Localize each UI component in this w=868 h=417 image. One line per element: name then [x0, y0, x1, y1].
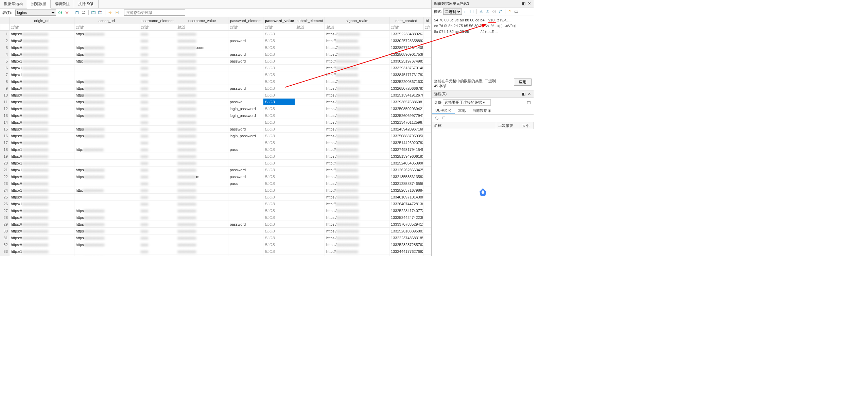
cell-password-element[interactable] — [228, 44, 263, 51]
col-date-created[interactable]: date_created — [389, 17, 423, 24]
cell-bl[interactable] — [423, 58, 431, 65]
cell-username-value[interactable]: xxxxxxxxxx — [176, 153, 228, 160]
cell-action-url[interactable] — [74, 248, 139, 255]
cell-username-element[interactable]: xxxx — [139, 126, 176, 133]
cell-password-element[interactable] — [228, 160, 263, 167]
cell-action-url[interactable] — [74, 194, 139, 201]
cell-action-url[interactable] — [74, 71, 139, 78]
identity-select[interactable]: 选择要用于连接的凭据 ▾ — [443, 99, 491, 106]
cell-password-element[interactable] — [228, 228, 263, 234]
cell-password-element[interactable]: login_password — [228, 105, 263, 112]
cell-origin-url[interactable]: https://xxxxxxxxxxxxxx — [9, 126, 74, 133]
table-row[interactable]: 25https://xxxxxxxxxxxxxxxxxxxxxxxxxxxxBL… — [0, 194, 431, 201]
cell-submit-element[interactable] — [295, 194, 325, 201]
cell-signon-realm[interactable]: http://xxxxxxxxxxxx — [325, 201, 389, 207]
table-row[interactable]: 27https://xxxxxxxxxxxxxxhttpsxxxxxxxxxxx… — [0, 207, 431, 214]
table-row[interactable]: 29https://xxxxxxxxxxxxxxhttpsxxxxxxxxxxx… — [0, 221, 431, 228]
cell-date-created[interactable]: 13330251976749816 — [389, 58, 423, 65]
col-submit-element[interactable]: submit_element — [295, 17, 325, 24]
cell-submit-element[interactable] — [295, 126, 325, 133]
tab-edit-pragma[interactable]: 编辑杂注 — [51, 0, 74, 8]
cell-password-value[interactable]: BLOB — [263, 207, 295, 214]
cell-username-value[interactable]: xxxxxxxxxx — [176, 119, 228, 126]
cell-username-value[interactable]: xxxxxxxxxx — [176, 234, 228, 241]
cell-username-value[interactable]: xxxxxxxxxxm — [176, 173, 228, 180]
cell-submit-element[interactable] — [295, 173, 325, 180]
tab-exec-sql[interactable]: 执行 SQL — [74, 0, 99, 8]
cell-submit-element[interactable] — [295, 105, 325, 112]
cell-submit-element[interactable] — [295, 99, 325, 105]
table-row[interactable]: 30https://xxxxxxxxxxxxxxhttpsxxxxxxxxxxx… — [0, 228, 431, 234]
cell-signon-realm[interactable]: https:/xxxxxxxxxxxx — [325, 99, 389, 105]
refresh-remote-icon[interactable] — [434, 116, 439, 121]
cell-username-element[interactable]: xxxx — [139, 112, 176, 119]
cell-date-created[interactable]: 13325139496061817 — [389, 153, 423, 160]
col-password-value[interactable]: password_value — [263, 17, 295, 24]
cell-submit-element[interactable] — [295, 71, 325, 78]
cell-password-value[interactable]: BLOB — [263, 146, 295, 153]
cell-bl[interactable] — [423, 201, 431, 207]
cell-password-value[interactable]: BLOB — [263, 65, 295, 71]
cell-bl[interactable] — [423, 37, 431, 44]
cell-action-url[interactable]: httpsxxxxxxxxxxx — [74, 255, 139, 257]
tab-browse-data[interactable]: 浏览数据 — [27, 0, 51, 8]
cell-date-created[interactable]: 13325244247422362 — [389, 214, 423, 221]
cell-username-element[interactable]: xxxx — [139, 37, 176, 44]
cell-bl[interactable] — [423, 133, 431, 139]
cell-submit-element[interactable] — [295, 234, 325, 241]
cell-password-element[interactable] — [228, 201, 263, 207]
cell-submit-element[interactable] — [295, 180, 325, 187]
filter-submit-element[interactable] — [295, 24, 325, 30]
cell-username-element[interactable]: xxxx — [139, 99, 176, 105]
cell-signon-realm[interactable]: https:/xxxxxxxxxxxx — [325, 214, 389, 221]
cell-date-created[interactable]: 13326507206667832 — [389, 85, 423, 92]
cell-origin-url[interactable]: https://xxxxxxxxxxxxxx — [9, 133, 74, 139]
tab-db-structure[interactable]: 数据库结构 — [0, 0, 27, 8]
cell-password-value[interactable]: BLOB — [263, 187, 295, 194]
cell-signon-realm[interactable]: https://xxxxxxxxxxxx — [325, 44, 389, 51]
cell-password-value[interactable]: BLOB — [263, 112, 295, 119]
cell-bl[interactable] — [423, 44, 431, 51]
cell-action-url[interactable]: httpsxxxxxxxxxxx — [74, 221, 139, 228]
cell-signon-realm[interactable]: http://xxxxxxxxxxxx — [325, 146, 389, 153]
cell-username-element[interactable]: xxxx — [139, 167, 176, 173]
table-row[interactable]: 15https://xxxxxxxxxxxxxxhttpsxxxxxxxxxxx… — [0, 126, 431, 133]
cell-submit-element[interactable] — [295, 187, 325, 194]
remote-col-size[interactable]: 大小 — [520, 122, 534, 129]
col-origin-url[interactable]: origin_url — [9, 17, 74, 24]
cell-bl[interactable] — [423, 85, 431, 92]
cell-password-element[interactable]: password — [228, 37, 263, 44]
cell-password-value[interactable]: BLOB — [263, 58, 295, 65]
cell-username-value[interactable]: xxxxxxxxxx — [176, 221, 228, 228]
copy-icon[interactable] — [498, 9, 503, 14]
cell-date-created[interactable]: 13325232372857639 — [389, 241, 423, 248]
cell-origin-url[interactable]: https://xxxxxxxxxxxxxx — [9, 85, 74, 92]
undo-icon[interactable] — [507, 9, 513, 14]
cell-bl[interactable] — [423, 207, 431, 214]
cell-username-element[interactable]: xxxx — [139, 105, 176, 112]
cell-origin-url[interactable]: https://xxxxxxxxxxxxxx — [9, 221, 74, 228]
cell-username-element[interactable]: xxxx — [139, 194, 176, 201]
filter-signon-realm[interactable] — [325, 24, 389, 30]
cell-username-value[interactable]: xxxxxxxxxx.com — [176, 44, 228, 51]
cell-submit-element[interactable] — [295, 31, 325, 37]
cell-origin-url[interactable]: https://xxxxxxxxxxxxxx — [9, 207, 74, 214]
cell-origin-url[interactable]: http://1xxxxxxxxxxxxxx — [9, 160, 74, 167]
hex-view[interactable]: 54 76 00 3c 9e a0 b8 06 cd b4 v10..zTv.<… — [432, 16, 534, 77]
cell-bl[interactable] — [423, 255, 431, 257]
table-row[interactable]: 19https://xxxxxxxxxxxxxxxxxxxxxxxxxxxxBL… — [0, 153, 431, 160]
cell-origin-url[interactable]: https://xxxxxxxxxxxxxx — [9, 234, 74, 241]
filter-bl[interactable] — [423, 24, 431, 30]
cell-origin-url[interactable]: http://8xxxxxxxxxxxxxx — [9, 37, 74, 44]
cell-password-value[interactable]: BLOB — [263, 139, 295, 146]
cell-date-created[interactable]: 13325139419126787 — [389, 92, 423, 99]
close-icon[interactable]: ✕ — [527, 92, 532, 97]
cell-username-value[interactable]: xxxxxxxxxx — [176, 214, 228, 221]
cell-date-created[interactable]: 13325240543539964 — [389, 160, 423, 167]
cell-password-value[interactable]: BLOB — [263, 126, 295, 133]
cell-bl[interactable] — [423, 78, 431, 85]
save-icon[interactable] — [74, 10, 80, 15]
cell-date-created[interactable]: 13325223848892638 — [389, 31, 423, 37]
cell-action-url[interactable]: http:xxxxxxxxxxx — [74, 58, 139, 65]
cell-password-value[interactable]: BLOB — [263, 99, 295, 105]
